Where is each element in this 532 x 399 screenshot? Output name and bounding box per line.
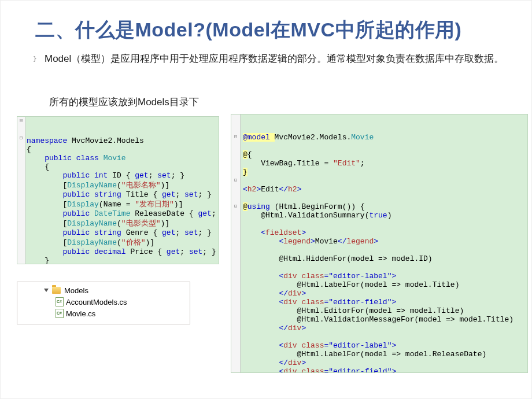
solution-tree: Models AccountModels.cs Movie.cs bbox=[17, 282, 190, 324]
tree-folder-models[interactable]: Models bbox=[21, 285, 186, 296]
csharp-file-icon bbox=[56, 309, 64, 318]
code-block-view: ⊟ ⊟ ⊟ @model MvcMovie2.Models.Movie @{ V… bbox=[231, 114, 528, 373]
folder-label: Models bbox=[64, 286, 88, 295]
code-gutter: ⊟ ⊟ ⊟ bbox=[231, 114, 241, 372]
csharp-file-icon bbox=[56, 297, 64, 306]
body-paragraph: Model（模型）是应用程序中用于处理应用程序数据逻辑的部分。通常模型对象负责在… bbox=[45, 53, 508, 66]
file-label: AccountModels.cs bbox=[66, 298, 127, 306]
slide-title: 二、什么是Model?(Model在MVC中所起的作用) bbox=[35, 17, 461, 43]
slide: 二、什么是Model?(Model在MVC中所起的作用) } Model（模型）… bbox=[0, 0, 532, 399]
tree-file[interactable]: Movie.cs bbox=[21, 308, 186, 319]
file-label: Movie.cs bbox=[66, 309, 95, 318]
chevron-down-icon bbox=[44, 289, 49, 292]
tree-file[interactable]: AccountModels.cs bbox=[21, 296, 186, 308]
folder-icon bbox=[52, 287, 61, 294]
code-gutter: ⊟ ⊟ bbox=[17, 117, 25, 264]
sub-paragraph: 所有的模型应该放到Models目录下 bbox=[49, 95, 199, 109]
bullet-marker: } bbox=[33, 55, 37, 62]
code-block-model: ⊟ ⊟ namespace MvcMovie2.Models { public … bbox=[17, 116, 219, 264]
